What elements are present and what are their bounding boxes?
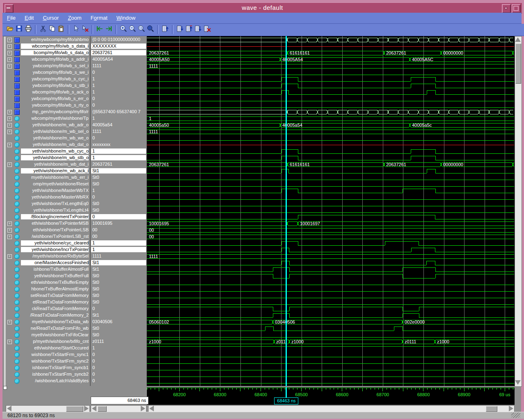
signal-name-label[interactable]: hbone/TxBufferAlmostEmpty [21,286,89,292]
signal-value-row[interactable]: 0 [91,194,146,201]
timeline-ruler[interactable]: 6820068300684006850068600687006880068900… [147,387,515,405]
signal-name-row[interactable]: +yeth/wishbone/m_wb_sel_o [6,128,90,135]
signal-name-label[interactable]: yeth/wishbone/cyc_cleared [21,240,89,246]
tree-expander-icon[interactable]: + [7,320,12,324]
signal-name-row[interactable]: yeth/wishbone/cyc_cleared [6,240,90,247]
signal-name-row[interactable]: wishbone/TxStartFrm_sync2 [6,358,90,365]
signal-name-row[interactable]: myeth/wishbone/TxFifoClear [6,332,90,338]
find-next-transition-button[interactable] [104,25,113,34]
signal-name-row[interactable]: ywbcomp/myfifo/wb_s_stb_i [6,82,90,89]
values-scroll-left-icon[interactable] [92,406,96,411]
signal-name-row[interactable]: yeth/wishbone/m_wb_we_o [6,135,90,142]
signal-name-label[interactable]: one/MasterAccessFinished [21,260,89,265]
zoom-out-button[interactable] [128,25,137,34]
signal-value-row[interactable]: 03040506 [91,319,146,325]
signal-name-row[interactable]: +wbcomp/myeth/wishbone/Tp [6,115,90,122]
signal-name-row[interactable]: eth/wishbone/StartOccured [6,345,90,352]
signal-value-row[interactable]: 20637261 [91,161,146,168]
copy-button[interactable] [48,25,57,34]
signal-name-row[interactable]: etReadTxDataFromMemory [6,299,90,306]
signal-value-row[interactable]: 40005a54 [91,122,146,128]
signal-name-row[interactable]: +p/myeth/wishbone/txfifo_cnt [6,338,90,345]
signal-name-label[interactable]: yeth/wishbone/m_wb_ack_i [21,168,89,173]
tree-expander-icon[interactable]: + [7,340,12,344]
signal-value-row[interactable]: 00 [91,233,146,240]
vertical-scroll-thumb[interactable] [515,43,521,84]
tree-expander-icon[interactable]: + [7,110,12,114]
names-scroll-thumb[interactable] [66,406,83,412]
signal-value-row[interactable]: St0 [91,174,146,181]
signal-name-label[interactable]: wbcomp/myeth/wishbone/Tp [21,116,89,121]
paste-button[interactable] [57,25,66,34]
signal-name-row[interactable]: yeth/wishbone/m_wb_cyc_o [6,148,90,155]
signal-value-row[interactable]: 0 [91,352,146,358]
signal-value-row[interactable]: St0 [91,286,146,292]
signal-name-row[interactable]: +yeth/wishbone/m_wb_dat_o [6,142,90,148]
signal-name-row[interactable]: /wishbone/LatchValidBytes [6,378,90,384]
signal-name-label[interactable]: eth/wishbone/TxBufferEmpty [21,280,89,285]
signal-name-label[interactable]: yeth/wishbone/m_wb_dat_i [21,162,89,167]
signal-name-label[interactable]: ne/ReadTxDataFromFifo_wb [21,326,89,331]
signal-name-row[interactable]: +yeth/wishbone/m_wb_dat_i [6,161,90,168]
signal-value-row[interactable]: 0 [91,102,146,109]
add-cursor-button[interactable] [71,25,80,34]
tree-expander-icon[interactable]: + [7,38,12,42]
print-button[interactable] [24,25,33,34]
move-to-top-button[interactable] [161,25,170,34]
signal-name-label[interactable]: yeth/wishbone/TxLengthEq0 [21,201,89,206]
tree-expander-icon[interactable]: + [7,116,12,121]
signal-name-row[interactable]: yeth/wishbone/MasterWbTX [6,187,90,194]
tree-expander-icon[interactable]: + [7,51,12,55]
signal-name-row[interactable]: /BlockingIncrementTxPointer [6,214,90,220]
signal-value-row[interactable]: z0111 [91,338,146,345]
signal-name-label[interactable]: ywbcomp/myfifo/wb_s_err_o [21,96,89,101]
signal-value-row[interactable]: St0 [91,325,146,332]
signal-name-label[interactable]: ishbone/TxStartFrm_syncb1 [21,365,89,370]
signal-name-label[interactable]: eth/wishbone/TxPointerLSB [21,227,89,233]
signal-name-row[interactable]: +yeth/wishbone/m_wb_adr_o [6,122,90,128]
signal-value-row[interactable]: 0 [91,306,146,312]
signal-name-row[interactable]: +eth/wishbone/TxPointerMSB [6,220,90,227]
signal-value-row[interactable]: 0 [91,371,146,378]
signal-name-label[interactable]: ywbcomp/myfifo/wb_s_sel_i [21,63,89,68]
signal-name-row[interactable]: ishbone/TxStartFrm_syncb2 [6,371,90,378]
zoom-in-button[interactable] [119,25,128,34]
signal-value-row[interactable]: 1 [91,82,146,89]
signal-name-label[interactable]: ywbcomp/myfifo/wb_s_stb_i [21,83,89,88]
signal-name-label[interactable]: omp/myeth/wishbone/Reset [21,181,89,187]
signal-value-row[interactable]: 10001695 [91,220,146,227]
menu-window[interactable]: Window [112,13,140,23]
tree-expander-icon[interactable]: + [7,123,12,128]
signal-name-row[interactable]: ckReadTxDataFromMemory [6,306,90,312]
find-previous-transition-button[interactable] [95,25,104,34]
signal-value-row[interactable]: St1 [91,260,146,266]
signal-name-row[interactable]: +mp_gen/mywbcomp/myfifo/r [6,109,90,115]
signal-name-label[interactable]: yeth/wishbone/MasterWbTX [21,188,89,193]
signal-name-label[interactable]: yeth/wishbone/m_wb_adr_o [21,122,89,128]
signal-value-row[interactable]: XXXXXXXX [91,43,146,50]
signal-name-row[interactable]: ywbcomp/myfifo/wb_s_rty_o [6,102,90,109]
waveform-canvas[interactable]: 2063726161616161206372610000000040005A50… [147,36,515,386]
signal-name-row[interactable]: +ywbcomp/myfifo/wb_s_sel_i [6,63,90,69]
signal-name-label[interactable]: yeth/wishbone/m_wb_stb_o [21,155,89,160]
signal-name-row[interactable]: ywbcomp/myfifo/wb_s_cyc_i [6,76,90,82]
signal-name-row[interactable]: myeth/wishbone/m_wb_err_i [6,174,90,181]
signal-value-row[interactable]: 0 [91,135,146,142]
open-button[interactable] [6,25,15,34]
signal-value-row[interactable]: 0 [91,358,146,365]
zoom-area-button[interactable] [137,25,146,34]
tree-expander-icon[interactable]: + [7,64,12,68]
signal-value-row[interactable]: St0 [91,299,146,306]
signal-name-row[interactable]: yeth/wishbone/m_wb_ack_i [6,168,90,174]
signal-name-row[interactable]: eth/wishbone/TxBufferEmpty [6,279,90,286]
signal-name-row[interactable]: omp/myeth/wishbone/Reset [6,181,90,187]
menu-cursor[interactable]: Cursor [38,13,63,23]
move-to-bottom-button[interactable] [176,25,185,34]
tree-expander-icon[interactable]: + [7,57,12,62]
signal-name-label[interactable]: yeth/wishbone/m_wb_cyc_o [21,148,89,154]
names-scroll-left-icon[interactable] [7,406,11,411]
signal-name-row[interactable]: /ReadTxDataFromMemory_2 [6,312,90,319]
signal-value-row[interactable]: 1 [91,247,146,253]
resize-grip-icon[interactable] [511,413,520,418]
signal-name-label[interactable]: myeth/wishbone/TxFifoClear [21,332,89,338]
